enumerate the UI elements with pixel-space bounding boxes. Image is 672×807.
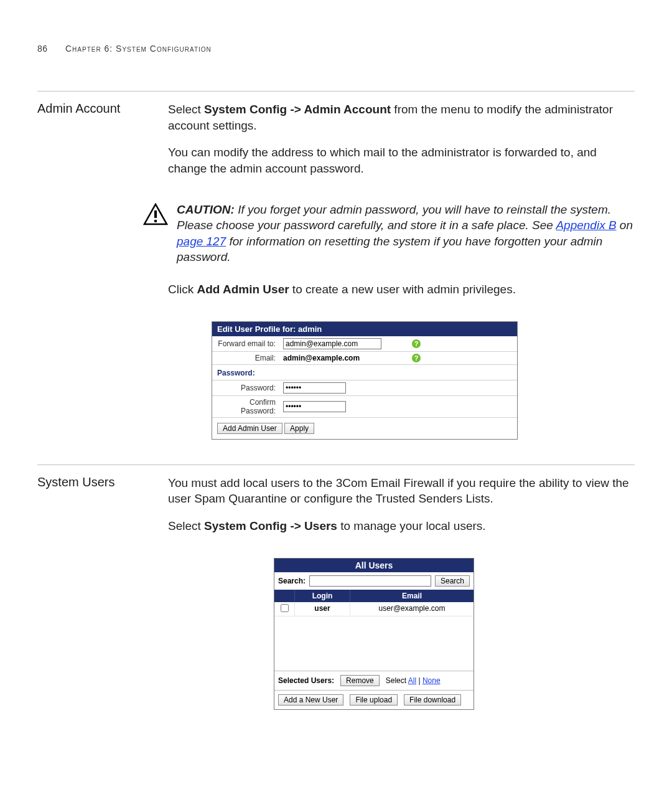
email-value: admin@example.com xyxy=(279,351,404,364)
search-input[interactable] xyxy=(309,575,431,587)
row-checkbox[interactable] xyxy=(281,604,289,612)
col-login: Login xyxy=(294,590,350,602)
password-section-header: Password: xyxy=(212,364,517,380)
admin-para2: You can modify the address to which mail… xyxy=(168,144,635,176)
admin-para3: Click Add Admin User to create a new use… xyxy=(168,281,635,298)
select-all-link[interactable]: All xyxy=(408,676,416,685)
search-label: Search: xyxy=(278,577,306,585)
admin-para1: Select System Config -> Admin Account fr… xyxy=(168,101,635,133)
search-button[interactable]: Search xyxy=(435,575,470,587)
remove-button[interactable]: Remove xyxy=(340,675,380,686)
help-icon[interactable]: ? xyxy=(412,354,421,362)
confirm-password-label: Confirm Password: xyxy=(212,395,279,417)
confirm-password-field[interactable] xyxy=(283,401,346,412)
password-field[interactable] xyxy=(283,382,346,394)
page-number: 86 xyxy=(37,44,48,54)
add-admin-user-button[interactable]: Add Admin User xyxy=(217,423,282,434)
admin-account-section: Admin Account Select System Config -> Ad… xyxy=(37,91,635,440)
forward-email-field[interactable] xyxy=(283,338,381,349)
col-email: Email xyxy=(350,590,474,602)
row-email: user@example.com xyxy=(350,602,474,616)
password-label: Password: xyxy=(212,380,279,395)
page-127-link[interactable]: page 127 xyxy=(177,235,226,248)
system-users-heading: System Users xyxy=(37,475,168,545)
chapter-label: Chapter 6: System Configuration xyxy=(65,44,212,54)
svg-rect-2 xyxy=(154,220,157,222)
edit-profile-title: Edit User Profile for: admin xyxy=(212,322,517,336)
select-none-link[interactable]: None xyxy=(422,676,441,685)
svg-rect-1 xyxy=(154,210,157,218)
system-users-section: System Users You must add local users to… xyxy=(37,465,635,710)
add-new-user-button[interactable]: Add a New User xyxy=(278,694,343,706)
selected-users-label: Selected Users: xyxy=(278,676,334,685)
caution-text: CAUTION: If you forget your admin passwo… xyxy=(177,202,635,266)
caution-icon xyxy=(143,203,168,228)
help-icon[interactable]: ? xyxy=(412,339,421,348)
table-row: user user@example.com xyxy=(274,602,474,616)
email-label: Email: xyxy=(212,351,279,364)
all-users-title: All Users xyxy=(274,559,474,572)
admin-account-heading: Admin Account xyxy=(37,101,168,188)
file-upload-button[interactable]: File upload xyxy=(350,694,398,706)
apply-button[interactable]: Apply xyxy=(284,423,314,434)
select-links: Select All | None xyxy=(386,676,441,685)
row-login: user xyxy=(294,602,350,616)
forward-email-label: Forward email to: xyxy=(212,336,279,352)
all-users-panel: All Users Search: Search Login Email use… xyxy=(274,558,474,710)
users-para1: You must add local users to the 3Com Ema… xyxy=(168,475,635,507)
users-para2: Select System Config -> Users to manage … xyxy=(168,518,635,534)
running-header: 86 Chapter 6: System Configuration xyxy=(37,44,635,54)
user-table-header: Login Email xyxy=(274,590,474,602)
edit-user-profile-panel: Edit User Profile for: admin Forward ema… xyxy=(212,321,518,440)
appendix-b-link[interactable]: Appendix B xyxy=(556,219,616,232)
file-download-button[interactable]: File download xyxy=(404,694,461,706)
caution-block: CAUTION: If you forget your admin passwo… xyxy=(143,188,635,282)
